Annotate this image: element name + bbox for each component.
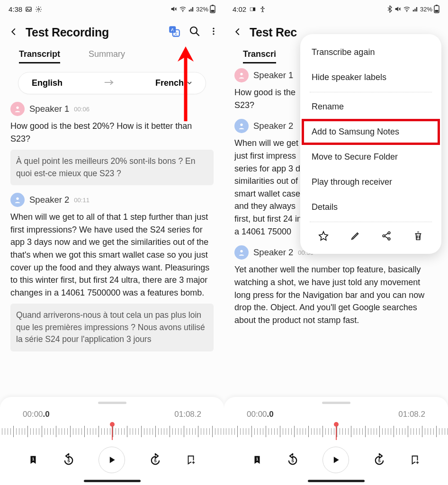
- arrow-right-icon: [104, 78, 114, 88]
- more-icon[interactable]: [209, 26, 218, 39]
- playhead[interactable]: [112, 424, 113, 440]
- battery-icon: [434, 5, 439, 13]
- svg-rect-26: [251, 8, 253, 10]
- svg-text:5: 5: [291, 458, 294, 463]
- menu-separator: [310, 92, 432, 92]
- play-button[interactable]: [323, 447, 349, 473]
- menu-hide-speaker-labels[interactable]: Hide speaker labels: [300, 65, 441, 90]
- svg-text:5: 5: [67, 458, 70, 463]
- svg-point-27: [262, 6, 263, 8]
- transcript-segment: Speaker 2 00:50 Yet another well the num…: [234, 245, 438, 326]
- svg-point-17: [213, 33, 214, 35]
- time-current: 00:00.0: [23, 410, 50, 419]
- svg-line-41: [385, 236, 388, 239]
- menu-play-receiver[interactable]: Play through receiver: [300, 170, 441, 195]
- drag-handle[interactable]: [322, 402, 350, 404]
- svg-rect-32: [436, 5, 438, 6]
- avatar-icon: [10, 193, 25, 207]
- svg-line-40: [385, 234, 388, 236]
- tab-transcript[interactable]: Transcri: [243, 49, 276, 63]
- rewind-5-button[interactable]: 5: [286, 453, 299, 467]
- trash-icon[interactable]: [413, 231, 423, 243]
- image-icon: [25, 6, 32, 13]
- drag-handle[interactable]: [98, 402, 126, 404]
- speaker-label: Speaker 1: [29, 104, 69, 114]
- tab-transcript[interactable]: Transcript: [19, 49, 60, 63]
- status-time: 4:02: [233, 5, 246, 13]
- bookmark-button[interactable]: 1: [252, 454, 262, 466]
- menu-move-secure[interactable]: Move to Secure Folder: [300, 144, 441, 170]
- forward-5-button[interactable]: 5: [373, 453, 386, 467]
- utterance-text: Yet another well the number top feature,…: [234, 263, 438, 326]
- add-bookmark-button[interactable]: [410, 454, 420, 466]
- avatar-icon: [234, 245, 249, 260]
- time-total: 01:08.2: [174, 410, 201, 419]
- menu-rename[interactable]: Rename: [300, 94, 441, 119]
- wifi-icon: [403, 5, 411, 13]
- svg-point-16: [213, 30, 214, 32]
- lang-to: French: [155, 78, 184, 88]
- transcript-segment: Speaker 1 00:06 How good is the best 20%…: [10, 102, 214, 185]
- share-icon[interactable]: [381, 231, 392, 243]
- timestamp: 00:06: [74, 106, 90, 113]
- avatar-icon: [234, 119, 249, 133]
- bookmark-button[interactable]: 1: [28, 454, 38, 466]
- lang-from: English: [32, 78, 63, 88]
- back-button[interactable]: [6, 24, 22, 41]
- play-button[interactable]: [99, 447, 125, 473]
- svg-line-14: [196, 33, 199, 36]
- timestamp: 00:11: [74, 197, 90, 204]
- playhead[interactable]: [336, 424, 337, 440]
- page-title: Test Recording: [26, 26, 164, 39]
- translation-text: Quand arriverons-nous à tout cela un pas…: [10, 304, 214, 351]
- utterance-text: When will we get just first impress seri…: [234, 137, 308, 238]
- battery-percent: 32%: [196, 6, 208, 13]
- utterance-text: How good is the best 20%? How is it bett…: [10, 120, 214, 145]
- chevron-down-icon: [187, 80, 192, 87]
- svg-text:文: 文: [174, 31, 178, 36]
- svg-text:1: 1: [256, 457, 259, 461]
- speaker-label: Speaker 1: [253, 70, 293, 81]
- status-bar: 4:02 32%: [224, 0, 448, 16]
- audio-player: 00:00.0 01:08.2 1 5 5: [0, 397, 224, 485]
- mute-icon: [394, 5, 402, 13]
- nav-handle[interactable]: [84, 480, 141, 482]
- svg-text:5: 5: [378, 458, 381, 463]
- avatar-icon: [10, 102, 25, 116]
- translation-text: À quel point les meilleurs 20% sont-ils …: [10, 150, 214, 185]
- svg-point-30: [406, 11, 407, 12]
- menu-add-to-notes[interactable]: Add to Samsung Notes: [303, 120, 439, 144]
- avatar-icon: [234, 68, 249, 82]
- speaker-label: Speaker 2: [29, 195, 69, 205]
- add-bookmark-button[interactable]: [186, 454, 196, 466]
- time-total: 01:08.2: [398, 410, 425, 419]
- rewind-5-button[interactable]: 5: [62, 453, 75, 467]
- menu-transcribe-again[interactable]: Transcribe again: [300, 40, 441, 65]
- forward-5-button[interactable]: 5: [149, 453, 162, 467]
- language-selector[interactable]: English French: [18, 72, 206, 94]
- waveform-scrubber[interactable]: [224, 424, 448, 440]
- svg-text:5: 5: [154, 458, 157, 463]
- speaker-label: Speaker 2: [253, 121, 293, 131]
- wifi-icon: [179, 5, 187, 13]
- svg-rect-7: [212, 5, 214, 6]
- transcript-segment: Speaker 2 00:11 When will we get to all …: [10, 193, 214, 351]
- svg-point-20: [16, 198, 18, 200]
- translate-icon[interactable]: A文: [168, 25, 180, 40]
- svg-rect-33: [435, 10, 439, 12]
- svg-point-36: [240, 250, 242, 252]
- waveform-scrubber[interactable]: [0, 424, 224, 440]
- back-button[interactable]: [230, 24, 246, 41]
- bluetooth-icon: [387, 5, 393, 13]
- signal-icon: [188, 6, 195, 12]
- status-time: 4:38: [9, 5, 22, 13]
- nav-handle[interactable]: [308, 480, 365, 482]
- menu-details[interactable]: Details: [300, 195, 441, 220]
- star-icon[interactable]: [318, 231, 329, 243]
- signal-icon: [412, 6, 419, 12]
- search-icon[interactable]: [189, 26, 200, 39]
- tab-summary[interactable]: Summary: [89, 49, 125, 63]
- card-icon: [249, 6, 256, 13]
- edit-icon[interactable]: [350, 231, 360, 243]
- menu-separator: [310, 222, 432, 222]
